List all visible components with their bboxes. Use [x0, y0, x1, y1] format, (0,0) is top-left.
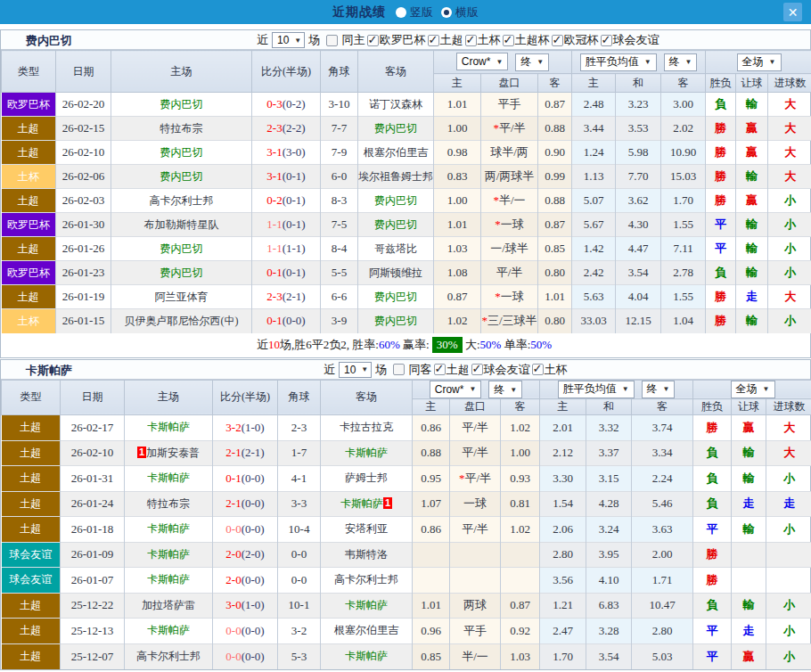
odds-source-header: Crow*▼终▼	[434, 51, 572, 74]
league-checkbox-0[interactable]	[434, 364, 446, 375]
match-date: 26-01-30	[56, 213, 111, 237]
same-venue-checkbox[interactable]	[393, 364, 405, 375]
avg-draw: 4.28	[586, 491, 632, 517]
handicap: 一球	[501, 217, 524, 231]
avg-select[interactable]: 胜平负均值▼	[558, 381, 635, 398]
score-cell: 0-3(0-2)	[252, 93, 321, 117]
avg-time-select-value: 终	[669, 54, 680, 70]
away-team: 高卡尔利士邦	[334, 573, 398, 586]
result-handicap: 走	[732, 619, 766, 644]
match-type-badge: 土超	[2, 117, 56, 141]
handicap: 三/三球半	[487, 314, 537, 327]
home-team: 特拉布宗	[160, 122, 203, 135]
home-team-cell: 卡斯帕萨	[125, 517, 213, 543]
stats-segment: 60%	[379, 338, 400, 352]
score-cell: 1-1(0-1)	[252, 213, 321, 237]
away-team-cell: 诺丁汉森林	[358, 93, 434, 117]
recent-count-select[interactable]: 10▼	[272, 32, 305, 48]
avg-home: 2.47	[540, 619, 586, 644]
home-team-cell: 特拉布宗	[111, 117, 252, 141]
home-odds: 1.03	[434, 237, 481, 261]
team-section: 卡斯帕萨近10▼场 同客土超球会友谊土杯类型日期主场比分(半场)角球客场Crow…	[0, 359, 811, 670]
result-win-loss: 負	[693, 593, 732, 619]
avg-draw: 3.15	[586, 466, 632, 492]
home-team: 布加勒斯特星队	[144, 218, 219, 231]
away-odds: 0.80	[538, 261, 572, 285]
home-odds: 1.00	[434, 117, 481, 141]
avg-away: 1.71	[632, 568, 693, 594]
avg-draw: 3.95	[586, 542, 632, 568]
scope-select[interactable]: 全场▼	[737, 53, 782, 71]
handicap-cell: 球半/两	[481, 141, 538, 165]
odds-source-header: Crow*▼终▼	[413, 380, 540, 399]
radio-horizontal[interactable]	[441, 7, 452, 18]
result-handicap: 走	[732, 491, 766, 517]
radio-vertical[interactable]	[396, 7, 406, 18]
odds-time-select[interactable]: 终▼	[488, 381, 522, 398]
same-venue-checkbox[interactable]	[326, 35, 338, 46]
corner-cell: 8-3	[321, 189, 358, 213]
avg-away: 3.00	[661, 93, 706, 117]
chevron-down-icon: ▼	[537, 58, 544, 66]
match-date: 26-01-15	[56, 309, 111, 333]
avg-time-select[interactable]: 终▼	[642, 381, 676, 398]
corner-cell: 8-4	[321, 237, 358, 261]
league-checkbox-1[interactable]	[428, 35, 439, 46]
fulltime-score: 0-2	[266, 193, 282, 207]
result-goals: 小	[766, 593, 811, 619]
score-cell: 3-0(1-0)	[213, 593, 278, 619]
handicap: 平/半	[496, 266, 523, 279]
odds-source-select[interactable]: Crow*▼	[430, 381, 482, 398]
close-button[interactable]: ✕	[783, 3, 802, 21]
league-checkbox-4[interactable]	[552, 35, 563, 46]
home-team: 费内巴切	[160, 170, 203, 183]
avg-away: 3.74	[632, 415, 693, 441]
halftime-score: (0-1)	[283, 217, 306, 231]
odds-time-select[interactable]: 终▼	[515, 53, 549, 71]
match-row: 土超26-02-15特拉布宗2-3(2-2)7-7费内巴切1.00*平/半0.8…	[2, 117, 811, 141]
avg-away: 2.80	[632, 619, 693, 644]
corner-cell: 3-3	[278, 491, 321, 517]
away-team-cell: 韦斯特洛	[321, 542, 413, 568]
recent-count-value: 10	[344, 364, 356, 376]
handicap-cell: 一/球半	[481, 237, 538, 261]
avg-time-select[interactable]: 终▼	[664, 53, 698, 71]
result-win-loss: 負	[693, 466, 732, 492]
league-checkbox-3[interactable]	[503, 35, 514, 46]
league-checkbox-5[interactable]	[601, 35, 612, 46]
score-cell: 2-3(2-1)	[252, 285, 321, 309]
chevron-down-icon: ▼	[685, 58, 692, 66]
home-odds: 0.88	[413, 440, 450, 466]
fulltime-score: 0-1	[266, 266, 282, 279]
result-handicap: 輸	[736, 237, 768, 261]
away-team-cell: 费内巴切	[358, 117, 434, 141]
away-odds: 1.02	[501, 415, 540, 441]
handicap-cell: *半/一	[481, 189, 538, 213]
home-team: 贝伊奥卢耶尼恰尔西(中)	[125, 315, 239, 327]
rank-badge: 1	[383, 497, 392, 509]
odds-source-select[interactable]: Crow*▼	[456, 53, 509, 70]
home-team-cell: 费内巴切	[111, 93, 252, 117]
recent-count-select[interactable]: 10▼	[339, 362, 372, 378]
league-label-3: 土超杯	[515, 32, 550, 48]
league-checkbox-2[interactable]	[532, 364, 544, 375]
avg-draw: 3.62	[616, 189, 661, 213]
handicap-cell: 两球	[450, 593, 501, 619]
avg-home: 1.42	[572, 237, 616, 261]
corner-cell: 3-9	[321, 309, 358, 333]
match-date: 26-01-24	[61, 491, 125, 517]
avg-draw: 4.04	[616, 285, 661, 309]
result-goals: 小	[766, 619, 811, 644]
match-type-badge: 土超	[2, 440, 61, 466]
radio-label-vertical[interactable]: 竖版	[410, 4, 433, 20]
result-win-loss: 勝	[693, 568, 732, 594]
league-checkbox-1[interactable]	[471, 364, 483, 375]
away-team-cell: 安塔利亚	[321, 517, 413, 543]
scope-select[interactable]: 全场▼	[731, 381, 775, 398]
matches-table: 类型日期主场比分(半场)角球客场Crow*▼终▼胜平负均值▼终▼全场▼主盘口客主…	[1, 380, 811, 669]
avg-select[interactable]: 胜平负均值▼	[580, 53, 657, 71]
radio-label-horizontal[interactable]: 横版	[455, 4, 479, 20]
away-odds: 0.93	[501, 466, 540, 492]
league-checkbox-0[interactable]	[367, 35, 379, 46]
league-checkbox-2[interactable]	[465, 35, 477, 46]
